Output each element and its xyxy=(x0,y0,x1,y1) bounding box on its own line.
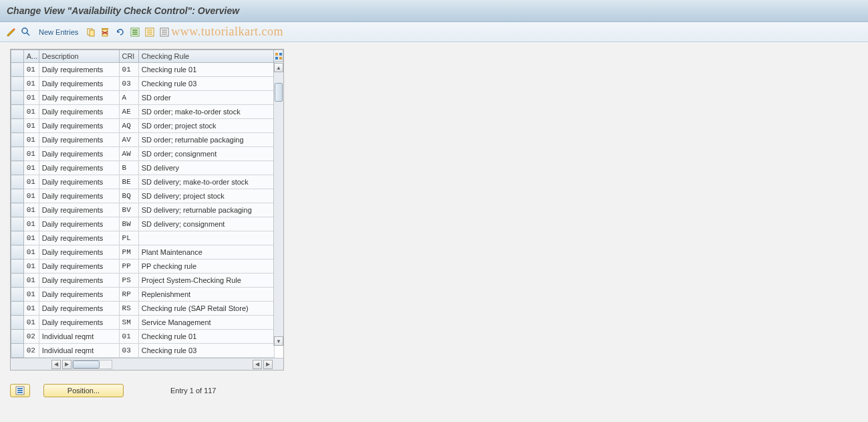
table-row[interactable]: 01Daily requirementsBSD delivery xyxy=(11,161,275,175)
cell-a[interactable]: 01 xyxy=(23,63,39,77)
cell-a[interactable]: 01 xyxy=(23,119,39,133)
cell-description[interactable]: Daily requirements xyxy=(39,217,119,231)
cell-description[interactable]: Daily requirements xyxy=(39,133,119,147)
cell-a[interactable]: 01 xyxy=(23,161,39,175)
cell-crl[interactable]: BE xyxy=(119,175,138,189)
row-selector[interactable] xyxy=(11,259,24,274)
cell-description[interactable]: Individual reqmt xyxy=(39,330,119,344)
row-selector[interactable] xyxy=(11,91,24,105)
cell-checking-rule[interactable]: Checking rule 03 xyxy=(138,344,274,358)
cell-a[interactable]: 01 xyxy=(23,91,39,105)
hscroll-right-button-2[interactable]: ▶ xyxy=(263,360,273,369)
row-selector[interactable] xyxy=(11,288,24,302)
cell-description[interactable]: Daily requirements xyxy=(39,231,119,245)
cell-description[interactable]: Daily requirements xyxy=(39,259,119,274)
select-all-button[interactable] xyxy=(10,384,30,397)
cell-checking-rule[interactable]: SD delivery; project stock xyxy=(138,189,274,203)
cell-checking-rule[interactable]: Checking rule 01 xyxy=(138,330,274,344)
cell-checking-rule[interactable]: Checking rule 01 xyxy=(138,63,274,77)
cell-description[interactable]: Daily requirements xyxy=(39,147,119,161)
cell-description[interactable]: Daily requirements xyxy=(39,245,119,259)
hscroll-right-button[interactable]: ▶ xyxy=(62,360,71,369)
row-selector[interactable] xyxy=(11,203,24,217)
table-row[interactable]: 01Daily requirementsASD order xyxy=(11,91,275,105)
cell-description[interactable]: Daily requirements xyxy=(39,316,119,330)
table-row[interactable]: 01Daily requirementsBWSD delivery; consi… xyxy=(11,217,275,231)
table-row[interactable]: 01Daily requirementsPMPlant Maintenance xyxy=(11,245,275,259)
cell-crl[interactable]: BV xyxy=(119,203,138,217)
cell-a[interactable]: 01 xyxy=(23,288,39,302)
cell-a[interactable]: 01 xyxy=(23,316,39,330)
table-row[interactable]: 01Daily requirementsPPPP checking rule xyxy=(11,259,275,274)
cell-description[interactable]: Daily requirements xyxy=(39,63,119,77)
table-row[interactable]: 01Daily requirementsAWSD order; consignm… xyxy=(11,147,275,161)
cell-crl[interactable]: AW xyxy=(119,147,138,161)
row-selector[interactable] xyxy=(11,245,24,259)
cell-a[interactable]: 02 xyxy=(23,330,39,344)
cell-checking-rule[interactable]: Plant Maintenance xyxy=(138,245,274,259)
cell-checking-rule[interactable]: PP checking rule xyxy=(138,259,274,274)
cell-checking-rule[interactable]: Replenishment xyxy=(138,288,274,302)
cell-crl[interactable]: AQ xyxy=(119,119,138,133)
cell-crl[interactable]: PL xyxy=(119,231,138,245)
cell-a[interactable]: 01 xyxy=(23,77,39,91)
cell-a[interactable]: 01 xyxy=(23,274,39,288)
select-block-icon[interactable] xyxy=(144,26,156,38)
cell-description[interactable]: Daily requirements xyxy=(39,175,119,189)
details-icon[interactable] xyxy=(20,26,32,38)
cell-crl[interactable]: A xyxy=(119,91,138,105)
row-selector[interactable] xyxy=(11,231,24,245)
new-entries-button[interactable]: New Entries xyxy=(35,28,82,36)
table-row[interactable]: 01Daily requirementsPSProject System-Che… xyxy=(11,274,275,288)
delete-icon[interactable] xyxy=(100,26,112,38)
cell-checking-rule[interactable]: SD order; returnable packaging xyxy=(138,133,274,147)
cell-crl[interactable]: 01 xyxy=(119,63,138,77)
table-row[interactable]: 01Daily requirementsAESD order; make-to-… xyxy=(11,105,275,119)
table-row[interactable]: 01Daily requirementsAQSD order; project … xyxy=(11,119,275,133)
table-row[interactable]: 01Daily requirementsRPReplenishment xyxy=(11,288,275,302)
vertical-scrollbar[interactable]: ▲ ▼ xyxy=(273,63,283,346)
hscroll-track[interactable] xyxy=(72,360,112,369)
cell-description[interactable]: Daily requirements xyxy=(39,77,119,91)
table-row[interactable]: 02Individual reqmt01Checking rule 01 xyxy=(11,330,275,344)
cell-a[interactable]: 01 xyxy=(23,217,39,231)
cell-checking-rule[interactable]: Checking rule (SAP Retail Store) xyxy=(138,302,274,316)
toggle-display-change-icon[interactable] xyxy=(5,26,17,38)
row-selector[interactable] xyxy=(11,330,24,344)
cell-description[interactable]: Daily requirements xyxy=(39,288,119,302)
cell-checking-rule[interactable]: Service Management xyxy=(138,316,274,330)
cell-checking-rule[interactable]: SD delivery; make-to-order stock xyxy=(138,175,274,189)
cell-crl[interactable]: BQ xyxy=(119,189,138,203)
copy-as-icon[interactable] xyxy=(85,26,97,38)
row-selector-header[interactable] xyxy=(11,50,24,63)
cell-description[interactable]: Daily requirements xyxy=(39,119,119,133)
cell-checking-rule[interactable]: SD order; make-to-order stock xyxy=(138,105,274,119)
row-selector[interactable] xyxy=(11,175,24,189)
cell-a[interactable]: 01 xyxy=(23,231,39,245)
table-row[interactable]: 01Daily requirementsSMService Management xyxy=(11,316,275,330)
table-settings-icon[interactable] xyxy=(273,49,283,62)
hscroll-left-button-2[interactable]: ◀ xyxy=(253,360,262,369)
cell-crl[interactable]: AV xyxy=(119,133,138,147)
scroll-down-button[interactable]: ▼ xyxy=(274,336,283,346)
cell-checking-rule[interactable] xyxy=(138,231,274,245)
cell-crl[interactable]: RS xyxy=(119,302,138,316)
row-selector[interactable] xyxy=(11,133,24,147)
row-selector[interactable] xyxy=(11,217,24,231)
position-button[interactable]: Position... xyxy=(43,384,124,397)
cell-description[interactable]: Daily requirements xyxy=(39,203,119,217)
table-row[interactable]: 01Daily requirementsPL xyxy=(11,231,275,245)
column-header-description[interactable]: Description xyxy=(39,50,119,63)
cell-checking-rule[interactable]: SD delivery; consignment xyxy=(138,217,274,231)
cell-a[interactable]: 01 xyxy=(23,245,39,259)
cell-a[interactable]: 02 xyxy=(23,344,39,358)
hscroll-thumb[interactable] xyxy=(73,360,100,368)
cell-description[interactable]: Daily requirements xyxy=(39,161,119,175)
column-header-checking-rule[interactable]: Checking Rule xyxy=(138,50,274,63)
cell-crl[interactable]: RP xyxy=(119,288,138,302)
cell-checking-rule[interactable]: SD order; consignment xyxy=(138,147,274,161)
table-row[interactable]: 01Daily requirementsRSChecking rule (SAP… xyxy=(11,302,275,316)
cell-crl[interactable]: 01 xyxy=(119,330,138,344)
cell-description[interactable]: Daily requirements xyxy=(39,105,119,119)
cell-crl[interactable]: 03 xyxy=(119,77,138,91)
